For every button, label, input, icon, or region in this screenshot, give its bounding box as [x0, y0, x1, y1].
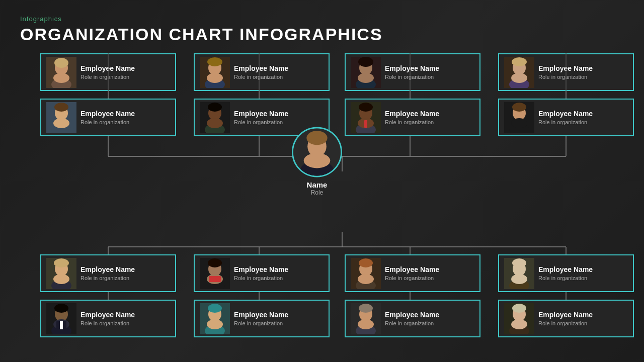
emp-card-top-2-0: Employee Name Role in organization: [345, 53, 480, 91]
emp-role: Role in organization: [385, 119, 439, 125]
emp-info: Employee Name Role in organization: [80, 110, 135, 125]
emp-info: Employee Name Role in organization: [538, 311, 593, 326]
svg-point-72: [54, 258, 69, 267]
emp-role: Role in organization: [234, 275, 288, 281]
emp-role: Role in organization: [538, 74, 593, 80]
emp-card-bot-3-1: Employee Name Role in organization: [498, 300, 634, 337]
center-role: Role: [311, 189, 324, 196]
svg-point-77: [208, 258, 222, 267]
svg-point-100: [208, 304, 222, 313]
emp-name: Employee Name: [385, 110, 439, 118]
page-wrapper: Infographics ORGANIZATION CHART INFOGRAP…: [0, 0, 644, 362]
emp-avatar: [504, 57, 534, 88]
svg-point-46: [54, 103, 68, 112]
center-node: Name Role: [292, 127, 342, 196]
emp-info: Employee Name Role in organization: [234, 64, 288, 80]
svg-point-51: [208, 103, 222, 112]
emp-name: Employee Name: [234, 64, 288, 73]
emp-role: Role in organization: [385, 74, 439, 80]
emp-card-top-2-1: Employee Name Role in organization: [345, 99, 480, 136]
emp-info: Employee Name Role in organization: [80, 64, 135, 80]
emp-role: Role in organization: [385, 320, 439, 326]
svg-point-43: [511, 73, 527, 83]
svg-point-26: [54, 58, 68, 68]
emp-info: Employee Name Role in organization: [538, 265, 593, 281]
emp-avatar: [504, 258, 534, 289]
svg-point-69: [304, 153, 331, 168]
svg-point-38: [358, 73, 374, 83]
emp-name: Employee Name: [234, 311, 288, 319]
emp-avatar: [200, 258, 230, 289]
emp-name: Employee Name: [385, 64, 439, 73]
emp-info: Employee Name Role in organization: [234, 110, 288, 125]
emp-info: Employee Name Role in organization: [385, 265, 439, 281]
emp-role: Role in organization: [80, 74, 135, 80]
emp-name: Employee Name: [234, 265, 288, 274]
svg-point-107: [358, 319, 374, 329]
svg-point-33: [207, 73, 223, 83]
emp-card-bot-2-1: Employee Name Role in organization: [345, 300, 480, 337]
emp-avatar: [200, 102, 230, 133]
emp-role: Role in organization: [80, 119, 135, 125]
emp-card-top-3-1: Employee Name Role in organization: [498, 99, 634, 136]
emp-role: Role in organization: [538, 275, 593, 281]
svg-point-64: [511, 118, 527, 128]
svg-point-110: [512, 304, 526, 313]
svg-point-105: [359, 304, 373, 313]
emp-avatar: [351, 303, 381, 334]
emp-avatar: [46, 303, 76, 334]
emp-avatar: [200, 303, 230, 334]
svg-point-83: [359, 258, 373, 267]
emp-card-bot-2-0: Employee Name Role in organization: [345, 254, 480, 292]
emp-name: Employee Name: [80, 64, 135, 73]
emp-role: Role in organization: [80, 320, 135, 326]
emp-avatar: [504, 303, 534, 334]
emp-role: Role in organization: [80, 275, 135, 281]
center-name: Name: [307, 180, 328, 189]
emp-name: Employee Name: [538, 265, 593, 274]
emp-card-bot-3-0: Employee Name Role in organization: [498, 254, 634, 292]
svg-point-41: [512, 57, 527, 66]
svg-point-56: [359, 103, 373, 112]
emp-avatar: [504, 102, 534, 133]
svg-point-85: [358, 274, 374, 284]
emp-avatar: [351, 57, 381, 88]
svg-point-48: [53, 118, 69, 128]
emp-avatar: [46, 57, 76, 88]
emp-info: Employee Name Role in organization: [80, 265, 135, 281]
main-title: ORGANIZATION CHART INFOGRAPHICS: [20, 25, 624, 44]
emp-info: Employee Name Role in organization: [385, 110, 439, 125]
emp-card-top-0-0: Employee Name Role in organization: [40, 53, 176, 91]
svg-point-112: [511, 319, 527, 329]
svg-point-67: [306, 131, 327, 145]
emp-name: Employee Name: [538, 64, 593, 73]
emp-role: Role in organization: [234, 320, 288, 326]
emp-card-bot-1-1: Employee Name Role in organization: [194, 300, 330, 337]
emp-info: Employee Name Role in organization: [538, 110, 593, 125]
emp-avatar: [200, 57, 230, 88]
emp-info: Employee Name Role in organization: [538, 64, 593, 80]
emp-avatar: [46, 258, 76, 289]
svg-point-88: [512, 258, 526, 267]
infographics-label: Infographics: [20, 15, 624, 23]
svg-point-53: [207, 118, 223, 128]
emp-role: Role in organization: [234, 74, 288, 80]
emp-role: Role in organization: [538, 119, 593, 125]
svg-point-93: [54, 304, 68, 313]
svg-point-90: [511, 274, 527, 284]
emp-name: Employee Name: [385, 265, 439, 274]
emp-avatar: [351, 102, 381, 133]
emp-info: Employee Name Role in organization: [234, 311, 288, 326]
svg-rect-80: [209, 276, 221, 282]
emp-avatar: [46, 102, 76, 133]
header-section: Infographics ORGANIZATION CHART INFOGRAP…: [20, 15, 624, 44]
emp-name: Employee Name: [80, 110, 135, 118]
emp-name: Employee Name: [80, 311, 135, 319]
emp-role: Role in organization: [538, 320, 593, 326]
svg-point-74: [53, 274, 69, 284]
emp-role: Role in organization: [385, 275, 439, 281]
emp-info: Employee Name Role in organization: [385, 64, 439, 80]
emp-card-bot-0-1: Employee Name Role in organization: [40, 300, 176, 337]
svg-point-102: [207, 319, 223, 329]
emp-name: Employee Name: [538, 311, 593, 319]
